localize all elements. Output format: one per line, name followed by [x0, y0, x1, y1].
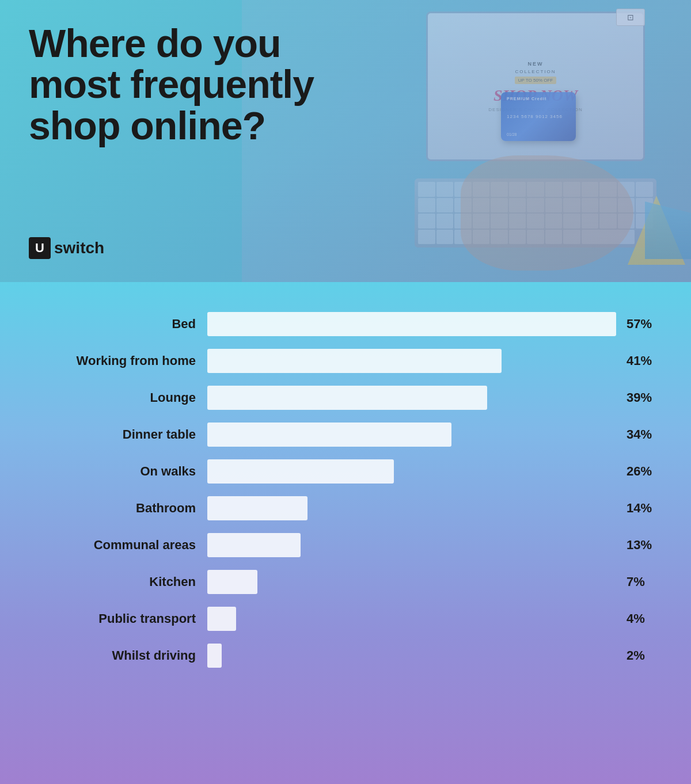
- bar-label: Bed: [35, 317, 207, 332]
- bar-row: Bathroom14%: [35, 495, 656, 522]
- bar-label: On walks: [35, 464, 207, 479]
- bar-row: Lounge39%: [35, 385, 656, 411]
- bar-fill: [207, 312, 616, 336]
- bar-fill: [207, 423, 451, 447]
- bar-value: 13%: [616, 538, 656, 553]
- bar-value: 39%: [616, 390, 656, 405]
- chart-section: Bed57%Working from home41%Lounge39%Dinne…: [0, 282, 691, 784]
- bar-value: 34%: [616, 427, 656, 442]
- bar-row: Working from home41%: [35, 348, 656, 374]
- bar-track: [207, 311, 616, 337]
- bar-track: [207, 569, 616, 595]
- bar-track: [207, 532, 616, 558]
- brand-u-logo: U: [29, 237, 51, 259]
- bar-fill: [207, 349, 502, 373]
- bar-fill: [207, 644, 222, 668]
- bar-track: [207, 642, 616, 669]
- bar-fill: [207, 607, 236, 631]
- bar-fill: [207, 570, 257, 594]
- bar-fill: [207, 459, 394, 484]
- bar-value: 4%: [616, 611, 656, 626]
- bar-label: Bathroom: [35, 501, 207, 516]
- bar-row: Dinner table34%: [35, 421, 656, 448]
- bar-value: 14%: [616, 501, 656, 516]
- bar-value: 41%: [616, 353, 656, 368]
- hero-section: NEW COLLECTION UP TO 50% OFF SHOP NOW DE…: [0, 0, 691, 282]
- bar-track: [207, 348, 616, 374]
- hero-title: Where do you most frequently shop online…: [29, 23, 328, 146]
- bar-track: [207, 421, 616, 448]
- bar-label: Communal areas: [35, 538, 207, 553]
- bar-track: [207, 495, 616, 522]
- bar-chart: Bed57%Working from home41%Lounge39%Dinne…: [35, 311, 656, 673]
- bar-value: 26%: [616, 464, 656, 479]
- bar-value: 57%: [616, 317, 656, 332]
- bar-label: Working from home: [35, 353, 207, 368]
- bar-label: Lounge: [35, 390, 207, 405]
- bar-fill: [207, 533, 301, 557]
- hero-text-block: Where do you most frequently shop online…: [29, 23, 328, 146]
- bar-value: 2%: [616, 648, 656, 663]
- bar-value: 7%: [616, 574, 656, 589]
- bar-track: [207, 385, 616, 411]
- bar-row: Bed57%: [35, 311, 656, 337]
- bar-row: Whilst driving2%: [35, 642, 656, 669]
- bar-fill: [207, 496, 307, 520]
- bar-row: Kitchen7%: [35, 569, 656, 595]
- bar-row: On walks26%: [35, 458, 656, 485]
- bar-label: Dinner table: [35, 427, 207, 442]
- bar-track: [207, 458, 616, 485]
- brand-switch-text: switch: [54, 239, 104, 257]
- bar-label: Kitchen: [35, 574, 207, 589]
- bar-label: Whilst driving: [35, 648, 207, 663]
- bar-label: Public transport: [35, 611, 207, 626]
- bar-row: Communal areas13%: [35, 532, 656, 558]
- bar-fill: [207, 386, 487, 410]
- bar-track: [207, 606, 616, 632]
- bar-row: Public transport4%: [35, 606, 656, 632]
- brand-block: U switch: [29, 237, 104, 259]
